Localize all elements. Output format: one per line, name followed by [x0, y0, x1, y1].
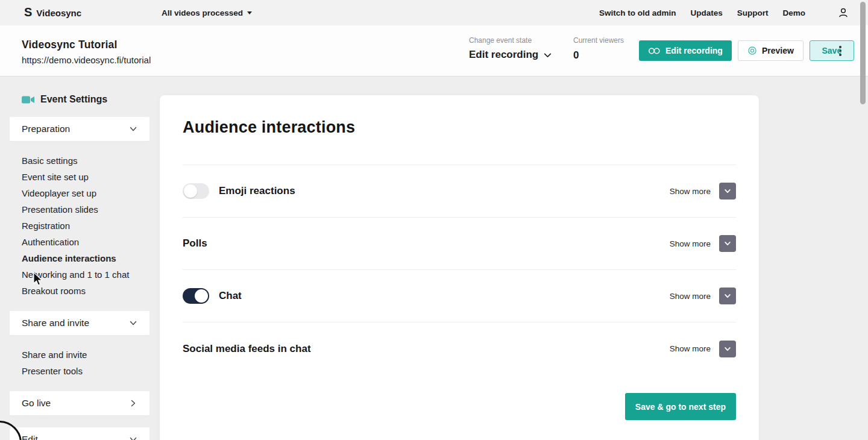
save-and-next-step-button[interactable]: Save & go to next step — [625, 393, 736, 420]
sidebar-item-networking-and-1-to-1-chat[interactable]: Networking and 1 to 1 chat — [22, 266, 149, 283]
topbar-links: Switch to old adminUpdatesSupportDemo — [599, 8, 825, 17]
feature-label: Social media feeds in chat — [183, 343, 311, 355]
sidebar-group-preparation[interactable]: Preparation — [10, 117, 149, 141]
expand-section-button[interactable] — [719, 288, 736, 304]
viewers-label: Current viewers — [573, 36, 624, 45]
expand-section-button[interactable] — [719, 183, 736, 200]
sidebar-item-videoplayer-set-up[interactable]: Videoplayer set up — [22, 185, 149, 201]
sidebar-item-event-site-set-up[interactable]: Event site set up — [22, 169, 149, 185]
feature-label: Polls — [183, 237, 207, 250]
scrollbar-thumb[interactable] — [860, 2, 866, 104]
sidebar-item-authentication[interactable]: Authentication — [22, 234, 149, 250]
event-settings-heading: Event Settings — [10, 94, 149, 105]
sidebar-group-edit[interactable]: Edit — [10, 427, 149, 440]
header-buttons: Edit recording Preview Save — [639, 40, 854, 61]
event-title-block: Videosync Tutorial https://demo.videosyn… — [22, 39, 151, 65]
expand-section-button[interactable] — [719, 235, 736, 252]
chevron-down-icon — [129, 319, 137, 327]
event-settings-label: Event Settings — [40, 94, 107, 105]
sidebar-item-audience-interactions[interactable]: Audience interactions — [22, 250, 149, 266]
sidebar-item-share-and-invite[interactable]: Share and invite — [22, 347, 149, 363]
video-camera-icon — [22, 95, 35, 104]
topbar-link-updates[interactable]: Updates — [690, 8, 722, 17]
show-more-link[interactable]: Show more — [670, 344, 711, 353]
toggle-chat[interactable] — [183, 288, 209, 304]
sidebar: Event Settings PreparationBasic settings… — [10, 94, 149, 440]
topbar: S Videosync All videos processed Switch … — [0, 0, 868, 25]
preview-label: Preview — [762, 46, 794, 55]
sidebar-group-label: Edit — [22, 434, 38, 440]
video-processing-status-dropdown[interactable]: All videos processed — [162, 8, 252, 17]
sidebar-group-label: Preparation — [22, 124, 70, 134]
brand-name: Videosync — [36, 8, 81, 18]
audience-interactions-panel: Audience interactions Emoji reactionsSho… — [160, 95, 759, 440]
toggle-knob — [195, 289, 208, 303]
event-title: Videosync Tutorial — [22, 39, 151, 51]
sidebar-item-list: Basic settingsEvent site set upVideoplay… — [10, 141, 149, 299]
sidebar-group-share-and-invite[interactable]: Share and invite — [10, 311, 149, 335]
topbar-link-support[interactable]: Support — [737, 8, 769, 17]
chevron-down-icon — [129, 125, 137, 133]
sidebar-group-label: Go live — [22, 398, 51, 409]
feature-label: Emoji reactions — [219, 185, 295, 197]
sidebar-item-breakout-rooms[interactable]: Breakout rooms — [22, 283, 149, 299]
feature-row-chat: ChatShow more — [183, 270, 736, 322]
viewers-count: 0 — [573, 49, 624, 61]
feature-row-social-media-feeds-in-chat: Social media feeds in chatShow more — [183, 322, 736, 375]
event-header: Videosync Tutorial https://demo.videosyn… — [0, 25, 868, 76]
sidebar-item-presentation-slides[interactable]: Presentation slides — [22, 201, 149, 218]
event-state-label: Change event state — [469, 36, 552, 45]
sidebar-item-list: Share and invitePresenter tools — [10, 335, 149, 379]
videosync-s-icon: S — [24, 6, 32, 18]
processing-status-label: All videos processed — [162, 8, 243, 17]
sidebar-group-go-live[interactable]: Go live — [10, 391, 149, 415]
event-state-value: Edit recording — [469, 49, 538, 61]
videosync-logo[interactable]: S Videosync — [24, 7, 81, 19]
sidebar-item-presenter-tools[interactable]: Presenter tools — [22, 363, 149, 379]
show-more-link[interactable]: Show more — [670, 292, 711, 301]
caret-down-icon — [247, 11, 252, 14]
edit-recording-button[interactable]: Edit recording — [639, 40, 732, 61]
toggle-emoji-reactions[interactable] — [183, 183, 209, 199]
show-more-link[interactable]: Show more — [670, 239, 711, 248]
show-more-link[interactable]: Show more — [670, 187, 711, 196]
current-viewers: Current viewers 0 — [573, 36, 624, 61]
topbar-link-demo[interactable]: Demo — [782, 8, 805, 17]
feature-row-polls: PollsShow more — [183, 218, 736, 270]
topbar-link-switch-to-old-admin[interactable]: Switch to old admin — [599, 8, 676, 17]
edit-recording-label: Edit recording — [665, 46, 723, 55]
event-url[interactable]: https://demo.videosync.fi/tutorial — [22, 55, 151, 65]
user-account-icon[interactable] — [837, 6, 850, 19]
chevron-down-icon — [129, 435, 137, 440]
recording-icon — [648, 47, 661, 55]
preview-button[interactable]: Preview — [738, 40, 804, 61]
more-options-kebab-icon[interactable] — [838, 45, 843, 57]
card-footer: Save & go to next step — [183, 393, 736, 420]
feature-row-emoji-reactions: Emoji reactionsShow more — [183, 165, 736, 218]
event-state-dropdown[interactable]: Change event state Edit recording — [469, 36, 552, 61]
sidebar-item-basic-settings[interactable]: Basic settings — [22, 152, 149, 169]
sidebar-item-registration[interactable]: Registration — [22, 218, 149, 234]
sidebar-group-label: Share and invite — [22, 318, 89, 328]
preview-eye-icon — [747, 46, 757, 55]
expand-section-button[interactable] — [719, 341, 736, 357]
chevron-down-icon — [543, 51, 552, 60]
chevron-right-icon — [129, 399, 137, 407]
save-button[interactable]: Save — [810, 40, 854, 61]
toggle-knob — [184, 184, 197, 198]
page-title: Audience interactions — [183, 118, 736, 137]
feature-label: Chat — [219, 290, 242, 302]
